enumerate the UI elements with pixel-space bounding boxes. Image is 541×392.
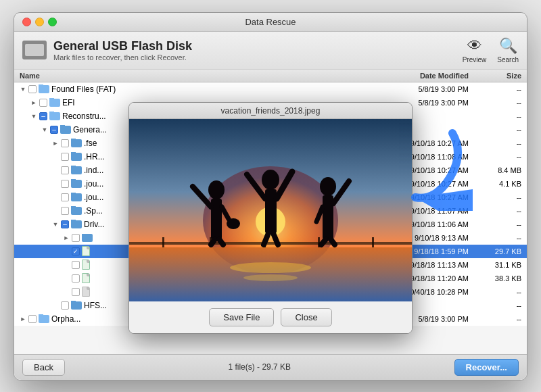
window-title: Data Rescue xyxy=(245,17,296,27)
toolbar-title-area: General USB Flash Disk Mark files to rec… xyxy=(53,39,192,62)
modal-title-bar: vacation_friends_2018.jpeg xyxy=(129,103,412,119)
drive-name: General USB Flash Disk xyxy=(53,39,192,53)
preview-modal: vacation_friends_2018.jpeg xyxy=(128,102,413,334)
svg-rect-6 xyxy=(129,242,412,245)
svg-line-30 xyxy=(331,239,335,245)
modal-footer: Save File Close xyxy=(129,301,412,333)
recover-button[interactable]: Recover... xyxy=(454,359,519,376)
toolbar-left: General USB Flash Disk Mark files to rec… xyxy=(22,39,192,62)
toolbar-right: 👁 Preview 🔍 Search xyxy=(463,37,519,64)
svg-line-18 xyxy=(219,239,223,245)
maximize-button[interactable] xyxy=(48,18,57,26)
drive-icon xyxy=(22,41,47,59)
col-size-header: Size xyxy=(474,72,521,80)
modal-overlay: vacation_friends_2018.jpeg xyxy=(14,82,527,354)
svg-point-5 xyxy=(243,274,298,281)
svg-line-17 xyxy=(211,239,215,245)
svg-rect-11 xyxy=(372,237,374,247)
column-headers: Name Date Modified Size xyxy=(14,70,527,82)
svg-point-19 xyxy=(262,170,279,190)
save-file-button[interactable]: Save File xyxy=(209,308,274,326)
svg-point-25 xyxy=(320,177,336,196)
search-button[interactable]: 🔍 Search xyxy=(497,37,519,64)
traffic-lights xyxy=(22,18,57,26)
modal-title: vacation_friends_2018.jpeg xyxy=(221,106,321,116)
svg-point-4 xyxy=(230,262,311,273)
back-button[interactable]: Back xyxy=(22,359,65,376)
close-button[interactable] xyxy=(22,18,31,26)
search-label: Search xyxy=(497,56,519,64)
preview-label: Preview xyxy=(463,56,487,64)
search-icon: 🔍 xyxy=(499,37,517,55)
svg-point-12 xyxy=(208,180,225,199)
svg-rect-7 xyxy=(162,237,164,247)
status-text: 1 file(s) - 29.7 KB xyxy=(228,362,291,372)
svg-point-16 xyxy=(227,218,240,229)
svg-line-29 xyxy=(321,239,326,245)
preview-image-svg xyxy=(129,119,412,301)
main-window: Data Rescue General USB Flash Disk Mark … xyxy=(14,12,527,381)
file-tree-container: ▼ Found Files (FAT) 5/8/19 3:00 PM -- ► … xyxy=(14,82,527,354)
modal-image xyxy=(129,119,412,301)
preview-button[interactable]: 👁 Preview xyxy=(463,37,487,64)
bottom-bar: Back 1 file(s) - 29.7 KB Recover... xyxy=(14,354,527,380)
col-date-header: Date Modified xyxy=(373,72,474,80)
toolbar-subtitle: Mark files to recover, then click Recove… xyxy=(53,53,192,62)
eye-icon: 👁 xyxy=(467,37,482,55)
col-name-header: Name xyxy=(20,72,373,80)
toolbar: General USB Flash Disk Mark files to rec… xyxy=(14,32,527,70)
minimize-button[interactable] xyxy=(35,18,44,26)
title-bar: Data Rescue xyxy=(14,13,527,32)
close-modal-button[interactable]: Close xyxy=(281,308,331,326)
